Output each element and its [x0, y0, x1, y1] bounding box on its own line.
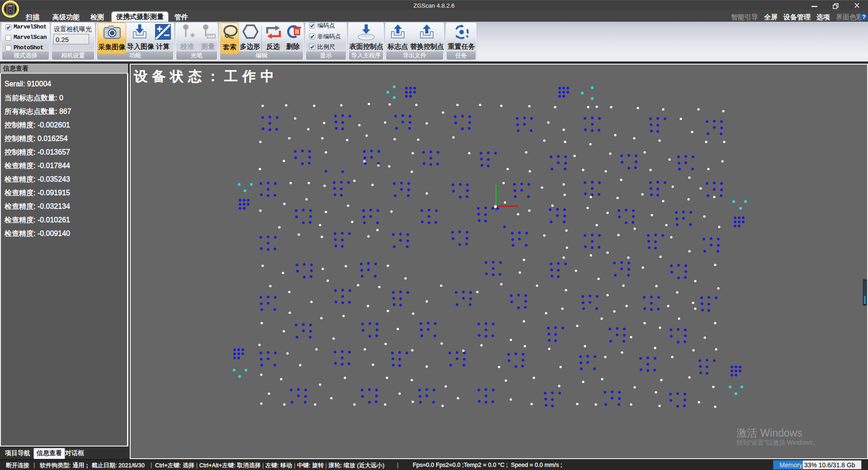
- svg-text:?: ?: [862, 14, 865, 20]
